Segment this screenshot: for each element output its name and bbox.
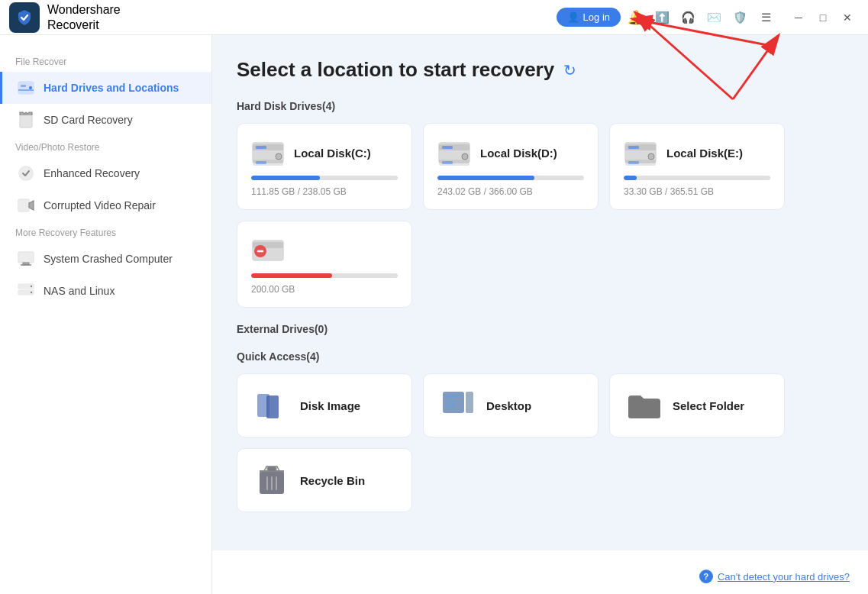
corrupted-video-icon [18,197,34,214]
drive-progress-bg-e [624,176,770,180]
sidebar-item-hard-drives[interactable]: Hard Drives and Locations [0,72,211,104]
svg-rect-20 [256,161,266,164]
import-icon[interactable]: ⬆️ [651,7,673,28]
svg-point-18 [276,153,282,160]
svg-rect-26 [442,161,453,164]
drive-progress-fill-e [624,176,637,180]
quick-access-label: Quick Access(4) [237,350,844,363]
main-layout: File Recover Hard Drives and Locations S… [0,35,868,594]
titlebar: Wondershare Recoverit 👤 Log in 🔔 ⬆️ 🎧 ✉️… [0,0,868,35]
drive-top-error [251,234,398,267]
svg-point-6 [19,166,33,180]
svg-rect-2 [21,85,26,87]
svg-rect-29 [628,146,639,149]
drive-progress-fill-d [437,176,534,180]
qa-card-desktop[interactable]: Desktop [423,373,599,437]
hard-disk-section: Hard Disk Drives(4) [237,100,844,308]
hard-disk-label: Hard Disk Drives(4) [237,100,844,112]
drive-name-d: Local Disk(D:) [480,147,557,160]
drive-card-c[interactable]: Local Disk(C:) 111.85 GB / 238.05 GB [237,123,412,210]
titlebar-right: 👤 Log in 🔔 ⬆️ 🎧 ✉️ 🛡️ ☰ ─ □ ✕ [557,7,859,28]
sd-card-icon [18,111,34,128]
drive-top-e: Local Disk(E:) [624,136,770,169]
app-name-bottom: Recoverit [47,18,121,32]
qa-card-recycle-bin[interactable]: Recycle Bin [237,448,412,512]
sidebar-item-label-system-crashed: System Crashed Computer [44,253,173,265]
disk-image-icon [254,388,289,423]
sidebar: File Recover Hard Drives and Locations S… [0,35,212,594]
drive-progress-fill-c [251,176,320,180]
mail-icon[interactable]: ✉️ [703,7,724,28]
drive-card-error[interactable]: 200.00 GB [237,221,412,308]
close-button[interactable]: ✕ [836,7,859,28]
quick-access-grid: Disk Image Desktop [237,373,844,512]
svg-point-24 [462,153,468,160]
menu-icon[interactable]: ☰ [755,7,776,28]
sidebar-item-corrupted-video[interactable]: Corrupted Video Repair [0,189,211,221]
user-icon: 👤 [567,11,579,23]
sidebar-item-label-nas: NAS and Linux [44,285,115,297]
svg-point-13 [31,286,32,287]
login-button[interactable]: 👤 Log in [557,8,621,27]
sidebar-item-nas[interactable]: NAS and Linux [0,275,211,307]
drive-progress-bg-error [251,273,398,278]
hard-drive-icon [18,79,34,96]
svg-rect-44 [267,466,276,471]
sidebar-section-more-recovery: More Recovery Features [0,221,211,243]
drive-card-e[interactable]: Local Disk(E:) 33.30 GB / 365.51 GB [609,123,785,210]
qa-card-disk-image[interactable]: Disk Image [237,373,412,437]
drive-size-error: 200.00 GB [251,284,398,295]
drive-progress-bg-d [437,176,584,180]
svg-rect-8 [18,252,34,263]
enhanced-recovery-icon [18,165,34,182]
external-drives-label: External Drives(0) [237,323,844,335]
drive-icon-d [437,136,471,169]
window-controls: ─ □ ✕ [787,7,859,28]
maximize-button[interactable]: □ [812,7,834,28]
login-label: Log in [583,11,610,23]
qa-label-recycle-bin: Recycle Bin [300,474,365,487]
headset-icon[interactable]: 🎧 [677,7,699,28]
shield-icon[interactable]: 🛡️ [729,7,750,28]
drive-card-d[interactable]: Local Disk(D:) 243.02 GB / 366.00 GB [423,123,599,210]
qa-label-desktop: Desktop [486,399,531,412]
svg-point-3 [29,86,32,89]
drive-top-c: Local Disk(C:) [251,136,398,169]
svg-rect-23 [442,146,453,149]
sidebar-item-system-crashed[interactable]: System Crashed Computer [0,243,211,275]
svg-rect-41 [447,400,455,408]
app-logo [9,2,40,33]
sidebar-item-sd-card[interactable]: SD Card Recovery [0,104,211,136]
drive-icon-e [624,136,657,169]
refresh-icon[interactable]: ↻ [563,61,576,79]
sidebar-section-video-photo: Video/Photo Restore [0,136,211,157]
svg-point-30 [648,153,654,160]
svg-rect-32 [628,161,639,164]
qa-card-select-folder[interactable]: Select Folder [609,373,785,437]
drive-size-c: 111.85 GB / 238.05 GB [251,186,398,197]
app-name-top: Wondershare [47,2,121,17]
svg-rect-40 [447,395,460,398]
recycle-bin-icon [254,463,289,498]
select-folder-icon [627,388,662,423]
quick-access-section: Quick Access(4) Disk Image [237,350,844,512]
svg-point-14 [31,292,32,293]
content-header: Select a location to start recovery ↻ [237,58,844,82]
drive-progress-fill-error [251,273,332,278]
external-drives-section: External Drives(0) [237,323,844,335]
app-name: Wondershare Recoverit [47,2,121,31]
drive-name-e: Local Disk(E:) [666,147,743,160]
svg-rect-42 [466,392,473,413]
notification-bell-icon[interactable]: 🔔 [625,7,647,28]
nas-icon [18,282,34,299]
system-crashed-icon [18,250,34,267]
minimize-button[interactable]: ─ [787,7,810,28]
sidebar-item-enhanced-recovery[interactable]: Enhanced Recovery [0,157,211,189]
drive-icon-c [251,136,285,169]
content-wrapper: Select a location to start recovery ↻ Ha… [212,35,868,594]
qa-label-disk-image: Disk Image [300,399,360,412]
sidebar-item-label-corrupted: Corrupted Video Repair [44,199,156,211]
qa-label-select-folder: Select Folder [673,399,744,412]
sidebar-item-label-hard-drives: Hard Drives and Locations [44,82,179,94]
drive-size-e: 33.30 GB / 365.51 GB [624,186,770,197]
